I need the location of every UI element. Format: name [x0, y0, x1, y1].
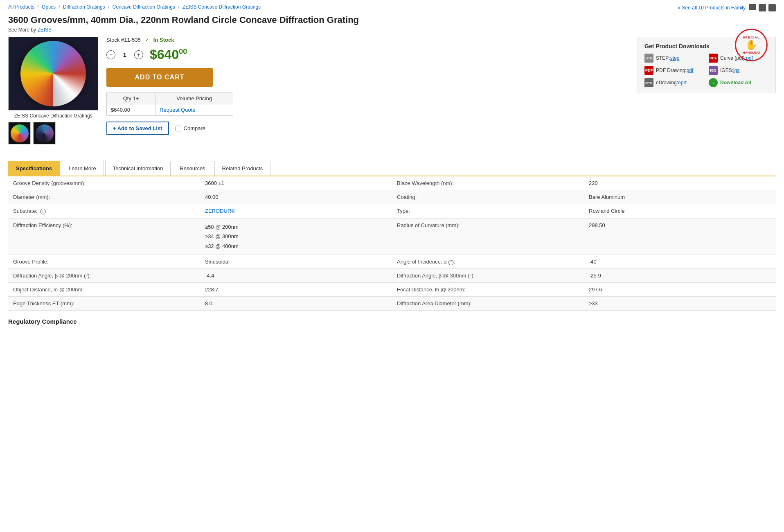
- save-icon[interactable]: [759, 4, 766, 11]
- spec-label-diffraction-efficiency: Diffraction Efficiency (%):: [8, 218, 200, 255]
- spec-value-blaze-wavelength: 220: [584, 176, 776, 190]
- pricing-col2-header: Volume Pricing: [155, 93, 233, 104]
- pdf-drawing-icon: PDF: [644, 66, 653, 75]
- spec-row-diameter: Diameter (mm): 40.00 Coating: Bare Alumi…: [8, 190, 776, 204]
- tab-related-products[interactable]: Related Products: [214, 161, 271, 176]
- tab-specifications[interactable]: Specifications: [8, 161, 60, 176]
- breadcrumb-all-products[interactable]: All Products: [8, 4, 34, 10]
- tabs-section: Specifications Learn More Technical Info…: [8, 161, 776, 176]
- stock-number: Stock #11-535: [106, 37, 141, 43]
- download-edrawing[interactable]: ePRT eDrawing:eprt: [644, 78, 704, 87]
- tab-technical-information[interactable]: Technical Information: [105, 161, 171, 176]
- spec-label-edge-thickness: Edge Thickness ET (mm):: [8, 297, 200, 311]
- request-quote-link[interactable]: Request Quote: [160, 107, 195, 113]
- spec-label-angle-incidence: Angle of Incidence, α (°):: [392, 255, 584, 269]
- download-pdf-drawing[interactable]: PDF PDF Drawing:pdf: [644, 66, 704, 75]
- spec-label-groove-profile: Groove Profile:: [8, 255, 200, 269]
- brand-link[interactable]: ZEISS: [37, 27, 52, 33]
- step-icon: STP: [644, 54, 653, 63]
- spec-value-object-distance: 228.7: [200, 283, 392, 297]
- pricing-price: $640.00: [107, 104, 155, 116]
- download-iges[interactable]: IGS IGES:igs: [709, 66, 768, 75]
- spec-value-diff-area-diameter: ≥33: [584, 297, 776, 311]
- hand-icon: ✋: [745, 39, 757, 51]
- spec-row-diffraction-efficiency: Diffraction Efficiency (%): ≥50 @ 200nm≥…: [8, 218, 776, 255]
- thumbnail-list: [8, 122, 98, 144]
- breadcrumb: All Products / Optics / Diffraction Grat…: [8, 4, 776, 11]
- download-all[interactable]: ↓ Download All: [709, 78, 768, 87]
- compare-label: Compare: [184, 125, 205, 131]
- spec-row-edge-thickness: Edge Thickness ET (mm): 8.0 Diffraction …: [8, 297, 776, 311]
- download-step[interactable]: STP STEP:step: [644, 54, 704, 63]
- edrawing-icon: ePRT: [644, 78, 653, 87]
- spec-value-radius: 298.50: [584, 218, 776, 255]
- product-image-section: ZEISS Concave Diffraction Gratings: [8, 37, 98, 144]
- add-to-saved-list-button[interactable]: + Add to Saved List: [106, 122, 169, 135]
- quantity-input[interactable]: [119, 52, 131, 58]
- product-price: $64000: [150, 47, 187, 62]
- compare-row: Compare: [176, 125, 205, 131]
- spec-value-substrate: ZERODUR®: [200, 204, 392, 219]
- breadcrumb-zeiss[interactable]: ZEISS Concave Diffraction Gratings: [182, 4, 261, 10]
- product-info: Stock #11-535 ✓ In Stock − + $640: [106, 37, 624, 139]
- tab-learn-more[interactable]: Learn More: [61, 161, 104, 176]
- pricing-col1-header: Qty 1+: [107, 93, 155, 104]
- grating-visual: [20, 41, 86, 106]
- spec-value-diffraction-efficiency: ≥50 @ 200nm≥34 @ 300nm≥32 @ 400nm: [200, 218, 392, 255]
- spec-value-coating: Bare Aluminum: [584, 190, 776, 204]
- thumbnail-1[interactable]: [8, 122, 31, 144]
- breadcrumb-optics[interactable]: Optics: [42, 4, 56, 10]
- product-title: 3600 Grooves/mm, 40mm Dia., 220nm Rowlan…: [8, 15, 776, 25]
- spec-label-radius: Radius of Curvature (mm):: [392, 218, 584, 255]
- qty-decrease-button[interactable]: −: [106, 50, 115, 59]
- spec-label-diff-angle-200: Diffraction Angle, β @ 200nm (°):: [8, 269, 200, 283]
- spec-label-groove-density: Groove Density (grooves/mm):: [8, 176, 200, 190]
- specs-table: Groove Density (grooves/mm): 3600 ±1 Bla…: [8, 176, 776, 311]
- substrate-info-icon[interactable]: i: [40, 209, 46, 214]
- email-icon[interactable]: [749, 4, 756, 10]
- pricing-row: $640.00 Request Quote: [107, 104, 233, 116]
- qty-increase-button[interactable]: +: [134, 50, 143, 59]
- in-stock-check-icon: ✓: [145, 37, 149, 43]
- specifications-content: Groove Density (grooves/mm): 3600 ±1 Bla…: [8, 176, 776, 325]
- tab-resources[interactable]: Resources: [172, 161, 213, 176]
- spec-value-groove-profile: Sinusoidal: [200, 255, 392, 269]
- pricing-table: Qty 1+ Volume Pricing $640.00 Request Qu…: [106, 92, 233, 116]
- spec-row-substrate: Substrate: i ZERODUR® Type: Rowland Circ…: [8, 204, 776, 219]
- curve-pdf-icon: PDF: [709, 54, 718, 63]
- family-link[interactable]: « See all 10 Products in Family: [678, 5, 746, 11]
- download-all-icon: ↓: [709, 78, 718, 87]
- compare-checkbox[interactable]: [176, 126, 181, 131]
- see-more: See More by ZEISS: [8, 27, 776, 33]
- breadcrumb-diffraction-gratings[interactable]: Diffraction Gratings: [63, 4, 105, 10]
- spec-label-focal-distance: Focal Distance, lb @ 200nm:: [392, 283, 584, 297]
- thumbnail-2[interactable]: [33, 122, 56, 144]
- spec-value-diff-angle-200: -4.4: [200, 269, 392, 283]
- spec-value-edge-thickness: 8.0: [200, 297, 392, 311]
- spec-label-coating: Coating:: [392, 190, 584, 204]
- add-to-cart-button[interactable]: ADD TO CART: [106, 68, 213, 87]
- spec-label-diff-area-diameter: Diffraction Area Diameter (mm):: [392, 297, 584, 311]
- special-handling-badge: SPECIAL ✋ HANDLING: [735, 29, 768, 61]
- iges-icon: IGS: [709, 66, 718, 75]
- product-main-image[interactable]: [8, 37, 98, 110]
- regulatory-compliance-title: Regulatory Compliance: [8, 318, 776, 325]
- spec-value-diff-angle-300: -25.9: [584, 269, 776, 283]
- spec-label-blaze-wavelength: Blaze Wavelength (nm):: [392, 176, 584, 190]
- spec-value-groove-density: 3600 ±1: [200, 176, 392, 190]
- breadcrumb-concave-diffraction-gratings[interactable]: Concave Diffraction Gratings: [113, 4, 175, 10]
- spec-value-focal-distance: 297.6: [584, 283, 776, 297]
- spec-label-object-distance: Object Distance, lo @ 200nm:: [8, 283, 200, 297]
- image-caption: ZEISS Concave Diffraction Gratings: [8, 113, 98, 119]
- in-stock-badge: In Stock: [153, 37, 174, 43]
- spec-value-type: Rowland Circle: [584, 204, 776, 219]
- print-icon[interactable]: [768, 4, 776, 11]
- spec-row-groove-profile: Groove Profile: Sinusoidal Angle of Inci…: [8, 255, 776, 269]
- spec-label-substrate: Substrate: i: [8, 204, 200, 219]
- tabs-list: Specifications Learn More Technical Info…: [8, 161, 776, 176]
- action-row: + Add to Saved List Compare: [106, 122, 624, 135]
- spec-value-angle-incidence: -40: [584, 255, 776, 269]
- spec-label-type: Type:: [392, 204, 584, 219]
- spec-row-object-distance: Object Distance, lo @ 200nm: 228.7 Focal…: [8, 283, 776, 297]
- quantity-control: − +: [106, 50, 143, 59]
